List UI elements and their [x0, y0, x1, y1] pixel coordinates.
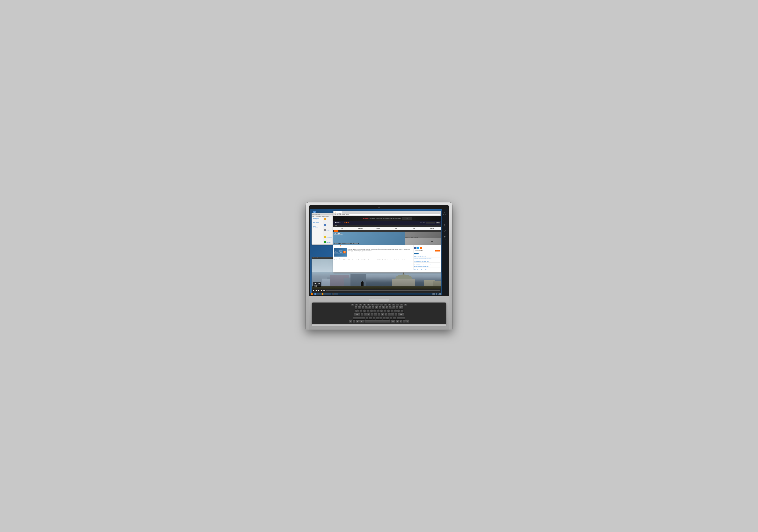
filehistory-title[interactable]: File History	[327, 242, 331, 243]
power-title[interactable]: Power Options	[327, 237, 332, 238]
key-2[interactable]: 2	[362, 306, 364, 309]
key-f6[interactable]: F6	[375, 303, 379, 306]
key-backslash[interactable]: \	[401, 310, 404, 313]
key-a[interactable]: A	[361, 313, 363, 316]
nav-home[interactable]: HOME	[334, 225, 337, 227]
sub-mac[interactable]: Mac	[354, 230, 356, 232]
key-ralt[interactable]: alt	[396, 320, 399, 323]
key-f5[interactable]: F5	[371, 303, 375, 306]
key-f2[interactable]: F2	[359, 303, 362, 306]
key-m[interactable]: M	[383, 317, 386, 319]
key-v[interactable]: V	[372, 317, 375, 319]
nav-search-input[interactable]	[426, 222, 435, 224]
key-0[interactable]: 0	[389, 306, 392, 309]
key-space[interactable]	[364, 320, 391, 323]
submit-news-button[interactable]: Submit News!	[435, 250, 440, 252]
twitter-button[interactable]: t	[417, 247, 419, 249]
key-caps[interactable]: caps	[354, 313, 360, 316]
nav-login[interactable]: Login	[420, 222, 422, 224]
key-g[interactable]: G	[374, 313, 377, 316]
key-d[interactable]: D	[367, 313, 370, 316]
refresh-button[interactable]: ↺	[339, 213, 341, 215]
charm-devices[interactable]: ⎔ Devices	[442, 229, 448, 234]
key-l[interactable]: L	[388, 313, 391, 316]
sidebar-item-home[interactable]: Control Panel Home	[312, 218, 322, 219]
key-lshift[interactable]: shift	[353, 317, 362, 319]
key-delete[interactable]: del	[404, 303, 407, 306]
key-quote[interactable]: '	[395, 313, 397, 316]
key-9[interactable]: 9	[385, 306, 388, 309]
key-x[interactable]: X	[366, 317, 368, 319]
drawing-board-title[interactable]: to the Drawing Board	[334, 258, 413, 259]
key-left[interactable]: ←	[399, 320, 402, 323]
nav-galleries[interactable]: GALLERIES	[361, 225, 365, 227]
key-b[interactable]: B	[376, 317, 379, 319]
sub-displays[interactable]: Displays	[350, 230, 353, 232]
charm-start[interactable]: ⊞ Start	[442, 223, 448, 228]
firewall-title[interactable]: Windows Firewall	[327, 225, 333, 226]
key-s[interactable]: S	[364, 313, 367, 316]
skip-forward-button[interactable]: ⏭	[323, 290, 325, 292]
sidebar-item-system[interactable]: System and Security	[312, 219, 322, 220]
nav-forums[interactable]: FORUMS	[343, 225, 347, 227]
key-7[interactable]: 7	[379, 306, 381, 309]
key-return[interactable]: return	[398, 313, 404, 316]
latest-post-5[interactable]: Gary's Victory 2600 Series Brings Audiop…	[414, 261, 440, 263]
key-j[interactable]: J	[381, 313, 384, 316]
sidebar-item-hardware[interactable]: Hardware and Sound	[312, 222, 322, 223]
key-5[interactable]: 5	[372, 306, 375, 309]
latest-post-7[interactable]: SSD and USB 3.0 Performance of the Retin…	[414, 265, 440, 266]
progress-bar[interactable]	[326, 290, 440, 291]
sidebar-item-clock[interactable]: Clock, Language	[312, 227, 322, 228]
key-lbracket[interactable]: [	[394, 310, 397, 313]
hero-side-1[interactable]: DoubleLight DS-277W: Back to the Drawing…	[405, 232, 441, 238]
charm-share[interactable]: ⤴ Share	[442, 217, 448, 222]
key-backtick[interactable]: `	[355, 306, 358, 309]
taskbar-btn-browser[interactable]: AnandTech - Internet...	[321, 293, 331, 295]
key-rshift[interactable]: shift	[396, 317, 405, 319]
up-icon[interactable]: ▲	[315, 216, 316, 217]
key-u[interactable]: U	[380, 310, 383, 313]
key-p[interactable]: P	[391, 310, 393, 313]
key-n[interactable]: N	[379, 317, 382, 319]
trackpad[interactable]	[369, 299, 389, 302]
cat-cpus[interactable]: CPUs	[333, 227, 351, 230]
taskbar-btn-video[interactable]: skyfall.avi	[332, 293, 338, 295]
key-f[interactable]: F	[371, 313, 374, 316]
taskbar-btn-cp[interactable]: Control Panel	[314, 293, 321, 295]
sub-other[interactable]: Other	[360, 230, 362, 232]
cat-ssd[interactable]: SSD/HDD	[369, 227, 387, 230]
sidebar-item-appearance[interactable]: Appearance	[312, 226, 322, 227]
sub-cases[interactable]: Cases/Cooling/PSUs	[342, 230, 349, 232]
key-period[interactable]: .	[390, 317, 393, 319]
charm-settings[interactable]: ⚙ Settings	[442, 235, 448, 240]
key-slash[interactable]: /	[393, 317, 396, 319]
sub-tradeshows[interactable]: Trade Shows	[363, 230, 367, 232]
forward-button[interactable]: ▶	[337, 213, 339, 215]
latest-post-1[interactable]: The next-gen MacBook Pro with Retina Dis…	[414, 255, 440, 256]
latest-post-6[interactable]: MacBook Pro Retina Display Madness	[414, 263, 440, 264]
cat-itdatacenter[interactable]: IT/Datacenter	[423, 227, 441, 230]
featured-title[interactable]: AMD 2013 APUs To Include ARM Cortex-A5 P…	[348, 248, 413, 249]
key-i[interactable]: I	[384, 310, 387, 313]
key-comma[interactable]: ,	[386, 317, 389, 319]
latest-post-9[interactable]: New Discovery: Serial Jena GE 2200 Contr…	[414, 268, 440, 269]
fast-forward-button[interactable]: ⏩	[321, 290, 323, 292]
sidebar-item-ease[interactable]: Ease of Access	[312, 228, 322, 230]
key-k[interactable]: K	[384, 313, 387, 316]
sidebar-item-users[interactable]: User Accounts	[312, 225, 322, 226]
skip-back-button[interactable]: ⏮	[313, 290, 315, 292]
key-f3[interactable]: F3	[363, 303, 366, 306]
nav-rss[interactable]: RSS	[348, 225, 351, 227]
sub-memory[interactable]: Memory	[339, 230, 342, 232]
key-alt[interactable]: alt	[356, 320, 359, 323]
key-4[interactable]: 4	[368, 306, 371, 309]
key-t[interactable]: T	[373, 310, 376, 313]
nav-bench[interactable]: BENCH	[356, 225, 359, 227]
key-updown[interactable]: ↑↓	[403, 320, 406, 323]
sub-systems[interactable]: Systems	[356, 230, 360, 232]
latest-post-10[interactable]: Qualcomm Drug Systems Approval in Only 5…	[414, 269, 440, 270]
key-semicolon[interactable]: ;	[391, 313, 394, 316]
facebook-button[interactable]: f	[414, 247, 417, 249]
featured-post-image[interactable]: Z77 ExtremeBundles Win Selected ASUS Z77…	[334, 248, 347, 257]
